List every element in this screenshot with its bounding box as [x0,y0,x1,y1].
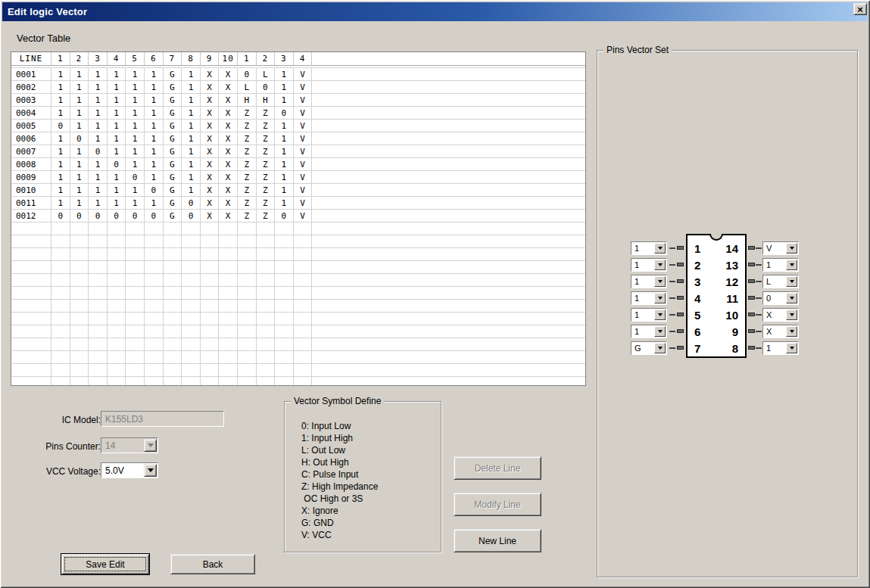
save-edit-button[interactable]: Save Edit [61,554,149,574]
pin-13-vector-select[interactable]: 1 [762,258,799,272]
value-cell: X [219,210,238,222]
value-cell: 1 [70,171,89,184]
value-cell: X [201,184,220,197]
value-cell: 1 [51,158,70,171]
back-button[interactable]: Back [170,554,255,574]
table-row[interactable]: 0002111111G1XXL01V [11,81,585,94]
value-cell: 1 [145,197,164,210]
header-cell: LINE [11,52,51,65]
table-row[interactable]: 0010111110G1XXZZ1V [11,184,585,197]
value-cell: 1 [126,184,145,197]
value-cell: X [201,94,220,107]
table-row[interactable]: 0012000000G0XXZZ0V [11,210,585,222]
table-empty-row [11,261,585,274]
vcc-voltage-label: VCC Voltage: [21,466,101,477]
value-cell: 1 [89,184,108,197]
value-cell: Z [238,171,257,184]
pin-3-vector-select[interactable]: 1 [631,275,667,288]
pin-wire [756,314,762,316]
line-cell: 0011 [11,197,51,210]
pin-wire [669,281,675,282]
pin-number: 3 [694,275,700,288]
value-cell: 1 [182,145,201,158]
value-cell: 1 [275,158,294,171]
value-cell: 1 [145,145,164,158]
value-cell: V [294,171,313,184]
table-row[interactable]: 0001111111G1XX0L1V [11,68,585,81]
table-row[interactable]: 0004111111G1XXZZ0V [11,107,585,120]
table-row[interactable]: 0006101111G1XXZZ1V [11,132,585,145]
pin-10-vector-select[interactable]: X [762,308,799,322]
value-cell: 0 [51,210,70,222]
modify-line-button: Modify Line [454,493,541,516]
pin-vector-value: 1 [631,325,653,338]
header-cell: 2 [70,52,89,65]
pin-wire [756,247,762,249]
table-row[interactable]: 0011111111G0XXZZ1V [11,197,585,210]
value-cell: 1 [51,94,70,107]
pin-stub [748,296,755,300]
value-cell: 1 [89,132,108,145]
value-cell: 1 [126,132,145,145]
value-cell: X [219,94,238,107]
value-cell: 1 [145,94,164,107]
value-cell: X [219,120,238,132]
value-cell: 1 [182,158,201,171]
value-cell: 1 [275,171,294,184]
table-row[interactable]: 0003111111G1XXHH1V [11,94,585,107]
value-cell: V [294,94,313,107]
pin-14-vector-select[interactable]: V [762,241,799,255]
chevron-down-icon [786,310,797,320]
pin-wire [669,264,675,266]
pin-vector-value: X [763,325,785,338]
value-cell: Z [238,184,257,197]
table-row[interactable]: 0005011111G1XXZZ1V [11,120,585,132]
value-cell: Z [257,171,276,184]
new-line-button[interactable]: New Line [454,529,541,552]
value-cell: 1 [145,158,164,171]
back-label: Back [203,559,223,570]
value-cell: 1 [275,132,294,145]
value-cell: 1 [89,120,108,132]
value-cell: 1 [275,184,294,197]
pin-8-vector-select[interactable]: 1 [762,341,799,355]
header-cell: 8 [182,52,201,65]
pin-7-vector-select[interactable]: G [631,341,667,355]
pin-9-vector-select[interactable]: X [762,325,799,338]
value-cell: 1 [89,197,108,210]
value-cell: V [294,68,313,81]
table-row[interactable]: 0009111101G1XXZZ1V [11,171,585,184]
value-cell: Z [238,132,257,145]
table-row[interactable]: 0008111011G1XXZZ1V [11,158,585,171]
chevron-down-icon [786,326,797,337]
pin-2-vector-select[interactable]: 1 [631,258,667,272]
pins-counter-label: Pins Counter: [21,441,101,452]
value-cell: 0 [238,68,257,81]
value-cell: L [257,68,276,81]
pin-12-vector-select[interactable]: L [762,275,799,288]
value-cell: 1 [108,68,126,81]
table-row[interactable]: 0007110111G1XXZZ1V [11,145,585,158]
pin-stub [677,246,684,250]
pin-4-vector-select[interactable]: 1 [631,291,667,305]
symbol-line: C: Pulse Input [301,468,436,481]
vcc-voltage-value: 5.0V [101,463,143,478]
pin-5-vector-select[interactable]: 1 [631,308,667,322]
value-cell: Z [257,184,276,197]
chevron-down-icon [786,243,797,254]
value-cell: H [238,94,257,107]
pin-6-vector-select[interactable]: 1 [631,325,667,338]
value-cell: X [219,158,238,171]
table-empty-row [11,222,585,235]
value-cell: 1 [51,145,70,158]
pin-1-vector-select[interactable]: 1 [631,241,667,255]
close-button[interactable]: × [853,3,867,15]
pin-vector-value: 1 [763,342,785,354]
table-empty-row [11,300,585,313]
pin-wire [669,331,675,332]
pin-11-vector-select[interactable]: 0 [762,291,799,305]
vcc-voltage-select[interactable]: 5.0V [101,462,158,478]
value-cell: X [201,68,220,81]
save-edit-label: Save Edit [86,559,124,570]
value-cell: X [219,107,238,120]
